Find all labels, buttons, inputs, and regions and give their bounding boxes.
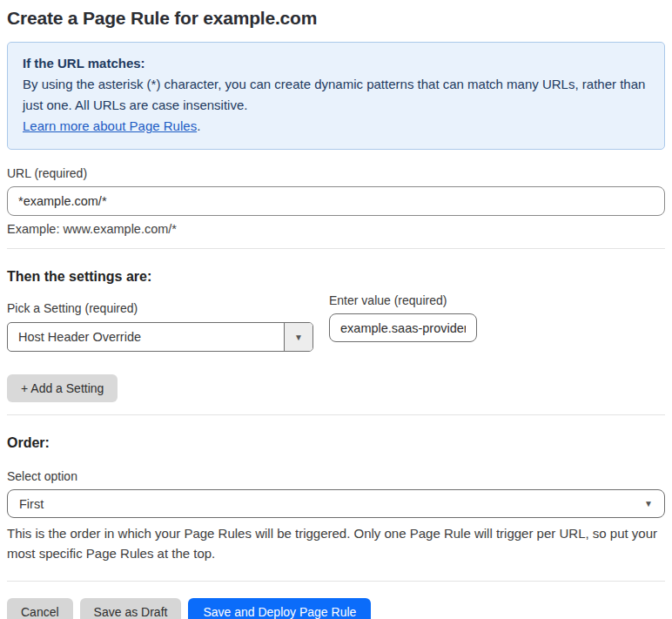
save-and-deploy-button[interactable]: Save and Deploy Page Rule [188, 598, 371, 619]
dropdown-caret-icon: ▼ [644, 499, 653, 508]
url-field-label: URL (required) [7, 166, 665, 180]
setting-dropdown[interactable]: Host Header Override ▼ [7, 322, 313, 352]
settings-section-heading: Then the settings are: [7, 269, 665, 285]
url-input[interactable] [7, 186, 665, 216]
enter-value-column: Enter value (required) [329, 293, 477, 352]
add-setting-button[interactable]: + Add a Setting [7, 374, 118, 402]
url-example-hint: Example: www.example.com/* [7, 222, 665, 236]
divider [7, 581, 665, 582]
order-select-label: Select option [7, 469, 665, 483]
learn-more-link[interactable]: Learn more about Page Rules [23, 118, 197, 133]
setting-value-input[interactable] [329, 313, 477, 342]
order-select[interactable]: First ▼ [7, 489, 665, 518]
dropdown-caret-icon[interactable]: ▼ [284, 323, 312, 351]
divider [7, 248, 665, 249]
info-box-body: By using the asterisk (*) character, you… [23, 74, 650, 116]
pick-setting-column: Pick a Setting (required) Host Header Ov… [7, 285, 313, 352]
page-title: Create a Page Rule for example.com [7, 0, 665, 29]
cancel-button[interactable]: Cancel [7, 598, 73, 619]
save-as-draft-button[interactable]: Save as Draft [80, 598, 182, 619]
setting-dropdown-value: Host Header Override [8, 323, 284, 351]
order-select-value: First [19, 497, 44, 511]
enter-value-label: Enter value (required) [329, 293, 477, 307]
pick-setting-label: Pick a Setting (required) [7, 301, 313, 315]
order-help-text: This is the order in which your Page Rul… [7, 523, 665, 563]
url-match-info-box: If the URL matches: By using the asteris… [7, 42, 665, 150]
footer-actions: Cancel Save as Draft Save and Deploy Pag… [7, 598, 665, 619]
divider [7, 414, 665, 415]
order-section-heading: Order: [7, 435, 665, 451]
info-box-link-line: Learn more about Page Rules. [23, 116, 650, 137]
settings-row: Pick a Setting (required) Host Header Ov… [7, 285, 665, 352]
link-suffix: . [197, 118, 200, 133]
info-box-heading: If the URL matches: [23, 53, 650, 74]
